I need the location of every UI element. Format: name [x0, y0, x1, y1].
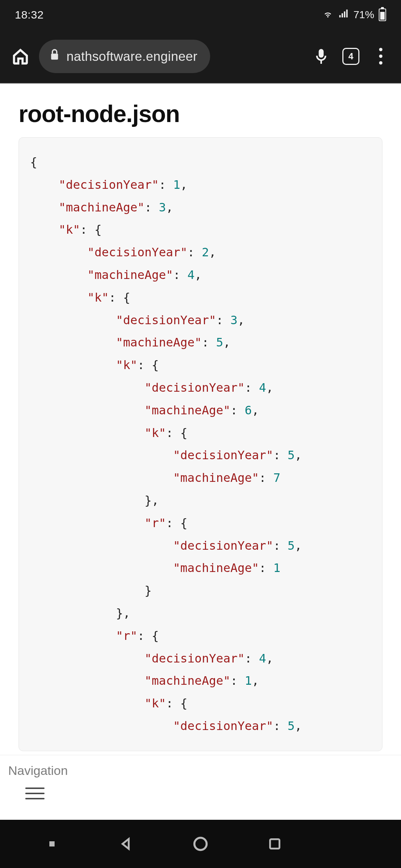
recents-button[interactable] [266, 835, 283, 852]
svg-point-3 [195, 838, 207, 850]
status-bar: 18:32 71% [0, 0, 401, 30]
assistant-button[interactable] [43, 835, 61, 852]
battery-percent: 71% [353, 9, 374, 21]
browser-toolbar: nathsoftware.engineer 4 [0, 30, 401, 83]
system-nav-bar [0, 820, 401, 868]
svg-rect-1 [319, 49, 323, 57]
signal-icon [338, 8, 349, 22]
home-nav-button[interactable] [192, 835, 209, 852]
svg-rect-4 [270, 839, 279, 848]
tabs-button[interactable]: 4 [340, 45, 362, 68]
status-right: 71% [322, 8, 386, 22]
home-button[interactable] [9, 45, 32, 68]
kebab-icon [379, 48, 382, 65]
status-time: 18:32 [15, 9, 44, 21]
battery-icon [379, 9, 386, 21]
nav-spacer [340, 835, 358, 852]
back-button[interactable] [118, 835, 135, 852]
lock-icon [49, 48, 60, 65]
page-title: root-node.json [19, 100, 382, 128]
tabs-count: 4 [342, 48, 359, 65]
menu-button[interactable] [369, 45, 392, 68]
navigation-footer: Navigation [0, 755, 401, 820]
code-block[interactable]: { "decisionYear": 1, "machineAge": 3, "k… [19, 137, 382, 751]
menu-icon[interactable] [25, 788, 45, 799]
wifi-icon [322, 8, 333, 22]
navigation-label: Navigation [8, 763, 393, 778]
page-content[interactable]: root-node.json { "decisionYear": 1, "mac… [0, 83, 401, 820]
url-text: nathsoftware.engineer [66, 49, 198, 64]
address-bar[interactable]: nathsoftware.engineer [39, 40, 210, 73]
svg-rect-0 [51, 53, 58, 59]
voice-search-button[interactable] [310, 45, 332, 68]
